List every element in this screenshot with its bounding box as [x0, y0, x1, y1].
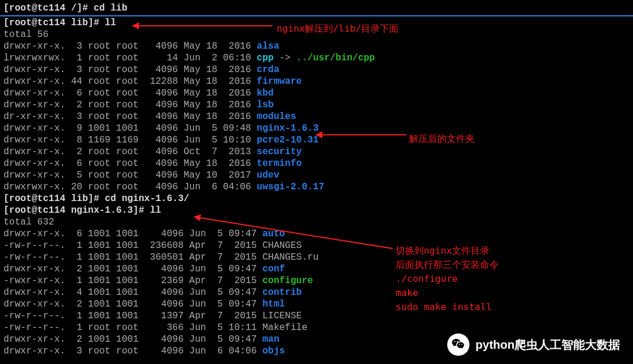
- terminal-line: drwxr-xr-x. 2 root root 4096 Oct 7 2013 …: [4, 146, 629, 158]
- terminal-line: dr-xr-xr-x. 3 root root 4096 May 18 2016…: [4, 111, 629, 123]
- terminal-line: drwxr-xr-x. 2 root root 4096 May 18 2016…: [4, 99, 629, 111]
- terminal-line: -rw-r--r--. 1 1001 1001 1397 Apr 7 2015 …: [4, 310, 629, 322]
- annotation-3-line: sudo make install: [396, 300, 499, 314]
- terminal-line: -rw-r--r--. 1 root root 366 Jun 5 10:11 …: [4, 322, 629, 334]
- terminal-line: drwxr-xr-x. 2 1001 1001 4096 Jun 5 09:47…: [4, 298, 629, 310]
- terminal-line: drwxr-xr-x. 6 root root 4096 May 18 2016…: [4, 158, 629, 169]
- terminal-line: drwxr-xr-x. 6 1001 1001 4096 Jun 5 09:47…: [4, 228, 629, 240]
- terminal-line: drwxr-xr-x. 5 root root 4096 May 10 2017…: [4, 169, 629, 181]
- terminal-line: total 632: [4, 216, 629, 228]
- terminal-line: drwxr-xr-x. 2 1001 1001 4096 Jun 5 09:47…: [4, 263, 629, 275]
- annotation-3: 切换到nginx文件目录 后面执行那三个安装命令 ./configure mak…: [396, 244, 499, 314]
- annotation-3-line: make: [396, 286, 499, 300]
- wechat-icon: [447, 334, 469, 356]
- annotation-1: nginx解压到/lib/目录下面: [277, 22, 399, 36]
- terminal-line: drwxr-xr-x. 44 root root 12288 May 18 20…: [4, 76, 629, 87]
- terminal-line: drwxr-xr-x. 3 root root 4096 May 18 2016…: [4, 40, 629, 52]
- watermark-text: python爬虫人工智能大数据: [475, 338, 620, 352]
- terminal-line: drwxr-xr-x. 6 root root 4096 May 18 2016…: [4, 87, 629, 99]
- terminal-line: lrwxrwxrwx. 1 root root 14 Jun 2 06:10 c…: [4, 52, 629, 64]
- annotation-3-line: 切换到nginx文件目录: [396, 244, 499, 258]
- terminal-window: [root@tc114 /]# cd lib[root@tc114 lib]# …: [4, 2, 629, 357]
- terminal-line: drwxrwxr-x. 20 root root 4096 Jun 6 04:0…: [4, 181, 629, 193]
- terminal-line: -rw-r--r--. 1 1001 1001 236608 Apr 7 201…: [4, 240, 629, 251]
- terminal-line: drwxr-xr-x. 3 root root 4096 May 18 2016…: [4, 64, 629, 76]
- annotation-3-line: 后面执行那三个安装命令: [396, 258, 499, 272]
- terminal-line: drwxr-xr-x. 4 1001 1001 4096 Jun 5 09:47…: [4, 287, 629, 298]
- terminal-line: [root@tc114 /]# cd lib: [4, 2, 629, 14]
- annotation-2: 解压后的文件夹: [409, 132, 475, 146]
- watermark: python爬虫人工智能大数据: [447, 334, 620, 356]
- terminal-line: drwxr-xr-x. 9 1001 1001 4096 Jun 5 09:48…: [4, 123, 629, 134]
- annotation-3-line: ./configure: [396, 272, 499, 286]
- terminal-line: -rwxr-xr-x. 1 1001 1001 2369 Apr 7 2015 …: [4, 275, 629, 287]
- terminal-line: [root@tc114 lib]# cd nginx-1.6.3/: [4, 193, 629, 205]
- terminal-line: drwxr-xr-x. 8 1169 1169 4096 Jun 5 10:10…: [4, 134, 629, 146]
- terminal-line: -rw-r--r--. 1 1001 1001 360501 Apr 7 201…: [4, 251, 629, 263]
- terminal-line: [root@tc114 nginx-1.6.3]# ll: [4, 205, 629, 216]
